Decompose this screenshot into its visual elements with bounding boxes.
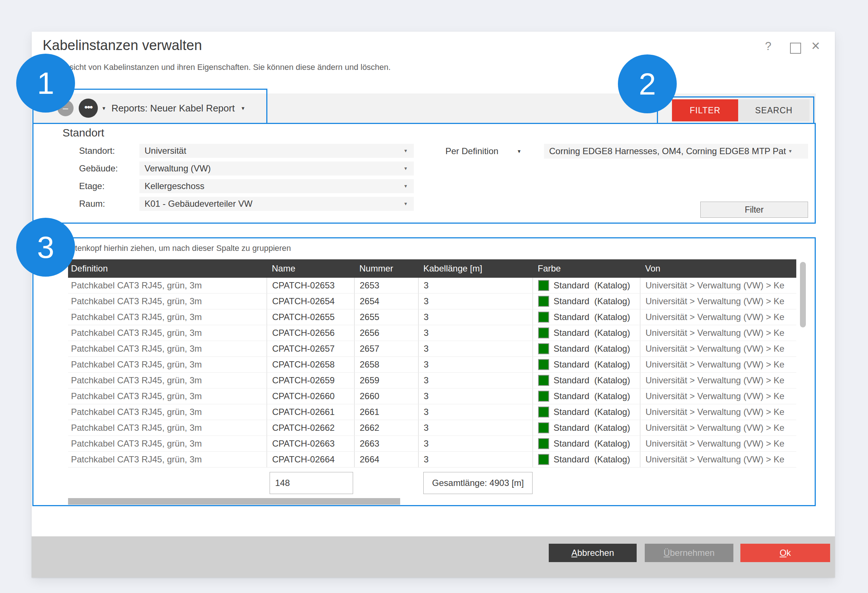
cell-kabellaenge: 3 bbox=[418, 278, 533, 293]
horizontal-scrollbar[interactable] bbox=[68, 498, 400, 505]
cell-von: Universität > Verwaltung (VW) > Ke bbox=[640, 309, 796, 325]
cell-name: CPATCH-02656 bbox=[267, 325, 354, 341]
cell-farbe: Standard (Katalog) bbox=[533, 420, 640, 436]
cell-definition: Patchkabel CAT3 RJ45, grün, 3m bbox=[68, 294, 267, 309]
chevron-down-icon: ▼ bbox=[788, 149, 793, 154]
cancel-button-label: Abbrechen bbox=[571, 548, 614, 558]
cell-farbe: Standard (Katalog) bbox=[533, 389, 640, 404]
close-icon[interactable]: × bbox=[811, 37, 820, 54]
row-count-box: 148 bbox=[270, 472, 353, 494]
page-subtitle: Ansicht von Kabelinstanzen und ihren Eig… bbox=[60, 62, 391, 72]
chevron-down-icon: ▼ bbox=[403, 148, 408, 154]
cell-definition: Patchkabel CAT3 RJ45, grün, 3m bbox=[68, 452, 267, 467]
filter-button[interactable]: Filter bbox=[700, 202, 808, 218]
standort-label: Standort: bbox=[79, 144, 138, 158]
maximize-icon[interactable] bbox=[790, 43, 801, 54]
help-icon[interactable]: ? bbox=[765, 40, 771, 53]
table-row[interactable]: Patchkabel CAT3 RJ45, grün, 3mCPATCH-026… bbox=[68, 341, 796, 357]
cell-name: CPATCH-02655 bbox=[267, 309, 354, 325]
cell-kabellaenge: 3 bbox=[418, 389, 533, 404]
vertical-scrollbar[interactable] bbox=[800, 262, 806, 327]
cell-farbe: Standard (Katalog) bbox=[533, 294, 640, 309]
raum-value: K01 - Gebäudeverteiler VW bbox=[145, 199, 252, 209]
color-swatch-icon bbox=[538, 312, 549, 322]
cell-kabellaenge: 3 bbox=[418, 404, 533, 420]
table-row[interactable]: Patchkabel CAT3 RJ45, grün, 3mCPATCH-026… bbox=[68, 404, 796, 420]
farbe-label: Standard (Katalog) bbox=[554, 391, 630, 401]
column-header-name[interactable]: Name bbox=[267, 263, 354, 274]
per-definition-dropdown[interactable]: Per Definition ▼ bbox=[446, 144, 521, 158]
cell-definition: Patchkabel CAT3 RJ45, grün, 3m bbox=[68, 389, 267, 404]
cell-nummer: 2656 bbox=[354, 325, 418, 341]
reports-dropdown-label: Reports: Neuer Kabel Report bbox=[111, 103, 235, 114]
tab-search[interactable]: SEARCH bbox=[738, 99, 809, 121]
ok-button[interactable]: Ok bbox=[740, 544, 830, 562]
annotation-badge-2: 2 bbox=[618, 55, 677, 113]
column-header-farbe[interactable]: Farbe bbox=[533, 263, 640, 274]
apply-button: Übernehmen bbox=[645, 544, 734, 562]
cell-definition: Patchkabel CAT3 RJ45, grün, 3m bbox=[68, 278, 267, 293]
color-swatch-icon bbox=[538, 454, 549, 465]
cell-kabellaenge: 3 bbox=[418, 309, 533, 325]
etage-value: Kellergeschoss bbox=[145, 181, 205, 191]
cell-nummer: 2660 bbox=[354, 389, 418, 404]
cell-nummer: 2664 bbox=[354, 452, 418, 467]
farbe-label: Standard (Katalog) bbox=[554, 454, 630, 464]
color-swatch-icon bbox=[538, 296, 549, 307]
raum-select[interactable]: K01 - Gebäudeverteiler VW ▼ bbox=[139, 197, 414, 211]
cell-nummer: 2663 bbox=[354, 436, 418, 451]
table-row[interactable]: Patchkabel CAT3 RJ45, grün, 3mCPATCH-026… bbox=[68, 373, 796, 389]
color-swatch-icon bbox=[538, 359, 549, 370]
column-header-definition[interactable]: Definition bbox=[68, 263, 267, 274]
gebaeude-label: Gebäude: bbox=[79, 161, 138, 176]
cell-kabellaenge: 3 bbox=[418, 357, 533, 372]
cell-nummer: 2654 bbox=[354, 294, 418, 309]
ok-button-label: Ok bbox=[780, 548, 791, 558]
table-row[interactable]: Patchkabel CAT3 RJ45, grün, 3mCPATCH-026… bbox=[68, 389, 796, 404]
annotation-badge-3: 3 bbox=[16, 218, 75, 277]
cell-kabellaenge: 3 bbox=[418, 373, 533, 388]
table-row[interactable]: Patchkabel CAT3 RJ45, grün, 3mCPATCH-026… bbox=[68, 294, 796, 309]
etage-select[interactable]: Kellergeschoss ▼ bbox=[139, 179, 414, 193]
gebaeude-select[interactable]: Verwaltung (VW) ▼ bbox=[139, 161, 414, 176]
chevron-down-icon: ▼ bbox=[517, 149, 521, 154]
cancel-button[interactable]: Abbrechen bbox=[549, 544, 637, 562]
table-row[interactable]: Patchkabel CAT3 RJ45, grün, 3mCPATCH-026… bbox=[68, 278, 796, 294]
cell-definition: Patchkabel CAT3 RJ45, grün, 3m bbox=[68, 420, 267, 436]
cell-nummer: 2655 bbox=[354, 309, 418, 325]
cell-name: CPATCH-02660 bbox=[267, 389, 354, 404]
reports-dropdown[interactable]: Reports: Neuer Kabel Report ▼ bbox=[111, 103, 245, 114]
definition-select[interactable]: Corning EDGE8 Harnesses, OM4, Corning ED… bbox=[544, 144, 808, 158]
column-header-nummer[interactable]: Nummer bbox=[354, 263, 418, 274]
cell-name: CPATCH-02661 bbox=[267, 404, 354, 420]
standort-value: Universität bbox=[145, 146, 186, 156]
tab-filter[interactable]: FILTER bbox=[672, 99, 738, 121]
table-header-row[interactable]: DefinitionNameNummerKabellänge [m]FarbeV… bbox=[68, 259, 796, 278]
column-header-kabell-nge-m-[interactable]: Kabellänge [m] bbox=[418, 263, 533, 274]
cell-definition: Patchkabel CAT3 RJ45, grün, 3m bbox=[68, 309, 267, 325]
standort-select[interactable]: Universität ▼ bbox=[139, 144, 414, 158]
table-row[interactable]: Patchkabel CAT3 RJ45, grün, 3mCPATCH-026… bbox=[68, 436, 796, 452]
cell-name: CPATCH-02657 bbox=[267, 341, 354, 356]
table-row[interactable]: Patchkabel CAT3 RJ45, grün, 3mCPATCH-026… bbox=[68, 420, 796, 436]
farbe-label: Standard (Katalog) bbox=[554, 312, 630, 322]
table-row[interactable]: Patchkabel CAT3 RJ45, grün, 3mCPATCH-026… bbox=[68, 309, 796, 325]
cell-kabellaenge: 3 bbox=[418, 341, 533, 356]
cell-definition: Patchkabel CAT3 RJ45, grün, 3m bbox=[68, 325, 267, 341]
group-by-hint: Spaltenkopf hierhin ziehen, um nach dies… bbox=[59, 244, 291, 253]
chevron-down-icon: ▼ bbox=[403, 166, 408, 171]
chevron-down-icon: ▼ bbox=[403, 201, 408, 206]
column-header-von[interactable]: Von bbox=[640, 263, 796, 274]
table-row[interactable]: Patchkabel CAT3 RJ45, grün, 3mCPATCH-026… bbox=[68, 452, 796, 467]
cell-von: Universität > Verwaltung (VW) > Ke bbox=[640, 404, 796, 420]
dialog-kabelinstanzen: Kabelinstanzen verwalten Ansicht von Kab… bbox=[32, 32, 835, 578]
color-swatch-icon bbox=[538, 375, 549, 386]
color-swatch-icon bbox=[538, 280, 549, 291]
table-row[interactable]: Patchkabel CAT3 RJ45, grün, 3mCPATCH-026… bbox=[68, 325, 796, 341]
per-definition-label: Per Definition bbox=[446, 146, 498, 156]
cell-von: Universität > Verwaltung (VW) > Ke bbox=[640, 294, 796, 309]
cell-name: CPATCH-02658 bbox=[267, 357, 354, 372]
cell-von: Universität > Verwaltung (VW) > Ke bbox=[640, 373, 796, 388]
more-actions-button[interactable]: ••• bbox=[79, 99, 98, 118]
table-row[interactable]: Patchkabel CAT3 RJ45, grün, 3mCPATCH-026… bbox=[68, 357, 796, 373]
